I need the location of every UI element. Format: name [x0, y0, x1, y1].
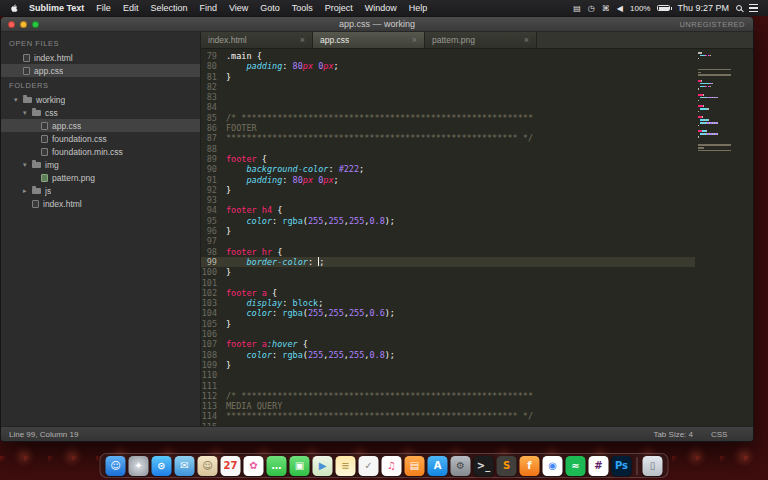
sidebar-item-foundation-css[interactable]: foundation.css	[1, 132, 200, 145]
menu-window[interactable]: Window	[359, 3, 403, 13]
dock-item-safari[interactable]: ⊙	[152, 456, 172, 476]
dock-item-reminders[interactable]: ✓	[359, 456, 379, 476]
sidebar-item-index-html[interactable]: index.html	[1, 51, 200, 64]
dock-item-ibooks[interactable]: ▤	[405, 456, 425, 476]
code-line[interactable]: 105}	[201, 319, 695, 329]
dock-item-itunes[interactable]: ♫	[382, 456, 402, 476]
code-line[interactable]: 84	[201, 102, 695, 112]
sidebar-item-img[interactable]: ▾img	[1, 158, 200, 171]
menu-goto[interactable]: Goto	[254, 3, 286, 13]
menu-tools[interactable]: Tools	[286, 3, 319, 13]
dock-item-finder[interactable]: ☺	[106, 456, 126, 476]
dock-item-system-preferences[interactable]: ⚙	[451, 456, 471, 476]
dock-item-mail[interactable]: ✉	[175, 456, 195, 476]
code-line[interactable]: 106	[201, 329, 695, 339]
volume-icon[interactable]: ◀	[617, 4, 623, 13]
code-line[interactable]: 114*************************************…	[201, 411, 695, 421]
code-line[interactable]: 82	[201, 82, 695, 92]
code-area[interactable]: 79.main {80 padding: 80px 0px;81}8283848…	[201, 51, 695, 426]
chevron-down-icon[interactable]: ▾	[23, 109, 32, 117]
sidebar-item-app-css[interactable]: app.css	[1, 64, 200, 77]
code-line[interactable]: 103 display: block;	[201, 298, 695, 308]
tab-index-html[interactable]: index.html×	[201, 32, 313, 48]
code-line[interactable]: 96}	[201, 226, 695, 236]
menu-sublime-text[interactable]: Sublime Text	[23, 3, 90, 13]
editor[interactable]: 79.main {80 padding: 80px 0px;81}8283848…	[201, 49, 753, 426]
chevron-right-icon[interactable]: ▸	[23, 187, 32, 195]
apple-menu-icon[interactable]	[10, 3, 19, 13]
code-line[interactable]: 99 border-color: ;	[201, 257, 695, 267]
zoom-button[interactable]	[32, 21, 39, 28]
sidebar-item-app-css[interactable]: app.css	[1, 119, 200, 132]
dock-item-trash[interactable]: ▯	[643, 456, 663, 476]
dock-item-maps[interactable]: ▶	[313, 456, 333, 476]
menu-help[interactable]: Help	[403, 3, 434, 13]
code-line[interactable]: 80 padding: 80px 0px;	[201, 61, 695, 71]
dock-item-launchpad[interactable]: ✦	[129, 456, 149, 476]
tab-close-icon[interactable]: ×	[520, 36, 529, 44]
chevron-down-icon[interactable]: ▾	[14, 96, 23, 104]
code-line[interactable]: 108 color: rgba(255,255,255,0.8);	[201, 350, 695, 360]
dock-item-photos[interactable]: ✿	[244, 456, 264, 476]
code-line[interactable]: 97	[201, 236, 695, 246]
code-line[interactable]: 110	[201, 370, 695, 380]
code-line[interactable]: 91 padding: 80px 0px;	[201, 175, 695, 185]
close-button[interactable]	[8, 21, 15, 28]
dock-item-app-store[interactable]: A	[428, 456, 448, 476]
menu-find[interactable]: Find	[193, 3, 223, 13]
sidebar-item-pattern-png[interactable]: pattern.png	[1, 171, 200, 184]
sidebar-item-css[interactable]: ▾css	[1, 106, 200, 119]
minimap[interactable]	[698, 52, 750, 155]
code-line[interactable]: 83	[201, 92, 695, 102]
menu-edit[interactable]: Edit	[117, 3, 145, 13]
code-line[interactable]: 81}	[201, 72, 695, 82]
dock-item-chrome[interactable]: ◉	[543, 456, 563, 476]
code-line[interactable]: 104 color: rgba(255,255,255,0.6);	[201, 308, 695, 318]
code-line[interactable]: 85/* ***********************************…	[201, 113, 695, 123]
chevron-down-icon[interactable]: ▾	[23, 161, 32, 169]
battery-icon[interactable]	[657, 5, 670, 11]
notification-center-icon[interactable]	[749, 4, 758, 13]
code-line[interactable]: 92}	[201, 185, 695, 195]
dock-item-notes[interactable]: ≡	[336, 456, 356, 476]
code-line[interactable]: 95 color: rgba(255,255,255,0.8);	[201, 216, 695, 226]
syntax-indicator[interactable]: CSS	[711, 430, 745, 439]
code-line[interactable]: 88	[201, 144, 695, 154]
tab-close-icon[interactable]: ×	[296, 36, 305, 44]
code-line[interactable]: 101	[201, 278, 695, 288]
code-line[interactable]: 115	[201, 422, 695, 426]
tab-app-css[interactable]: app.css×	[313, 32, 425, 48]
code-line[interactable]: 94footer h4 {	[201, 205, 695, 215]
spotlight-icon[interactable]	[736, 5, 742, 11]
dock-item-calendar[interactable]: 27	[221, 456, 241, 476]
menu-clock[interactable]: Thu 9:27 PM	[677, 3, 729, 13]
dock-item-terminal[interactable]: >_	[474, 456, 494, 476]
dock-item-contacts[interactable]: ☺	[198, 456, 218, 476]
menu-file[interactable]: File	[90, 3, 117, 13]
sidebar-item-index-html[interactable]: index.html	[1, 197, 200, 210]
time-machine-icon[interactable]: ◷	[588, 4, 595, 13]
menu-view[interactable]: View	[223, 3, 254, 13]
minimize-button[interactable]	[20, 21, 27, 28]
dock-item-slack[interactable]: #	[589, 456, 609, 476]
code-line[interactable]: 86FOOTER	[201, 123, 695, 133]
dock-item-photoshop[interactable]: Ps	[612, 456, 632, 476]
code-line[interactable]: 107footer a:hover {	[201, 339, 695, 349]
code-line[interactable]: 113MEDIA QUERY	[201, 401, 695, 411]
code-line[interactable]: 111	[201, 381, 695, 391]
sidebar-item-js[interactable]: ▸js	[1, 184, 200, 197]
tab-close-icon[interactable]: ×	[408, 36, 417, 44]
dock-item-spotify[interactable]: ≈	[566, 456, 586, 476]
dock-item-facetime[interactable]: ▣	[290, 456, 310, 476]
dock-item-sublime-text[interactable]: S	[497, 456, 517, 476]
code-line[interactable]: 100}	[201, 267, 695, 277]
sidebar-item-foundation-min-css[interactable]: foundation.min.css	[1, 145, 200, 158]
code-line[interactable]: 89footer {	[201, 154, 695, 164]
code-line[interactable]: 90 background-color: #222;	[201, 164, 695, 174]
sidebar-item-working[interactable]: ▾working	[1, 93, 200, 106]
code-line[interactable]: 79.main {	[201, 51, 695, 61]
code-line[interactable]: 93	[201, 195, 695, 205]
display-icon[interactable]: ▤	[573, 4, 581, 13]
code-line[interactable]: 112/* **********************************…	[201, 391, 695, 401]
menu-selection[interactable]: Selection	[144, 3, 193, 13]
